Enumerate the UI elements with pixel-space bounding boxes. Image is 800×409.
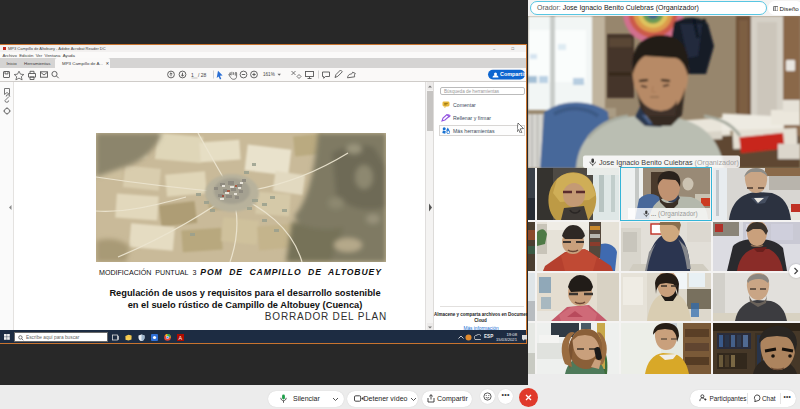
svg-text:/ 28: / 28 [198, 72, 207, 78]
svg-text:161%: 161% [263, 72, 275, 77]
svg-text:... (Organizador): ... (Organizador) [651, 210, 698, 218]
svg-text:Compartir: Compartir [500, 71, 527, 77]
svg-text:Jose Ignacio Benito Culebras (: Jose Ignacio Benito Culebras (Organizado… [599, 158, 739, 167]
svg-text:1: 1 [191, 72, 194, 78]
svg-text:A: A [178, 334, 182, 340]
